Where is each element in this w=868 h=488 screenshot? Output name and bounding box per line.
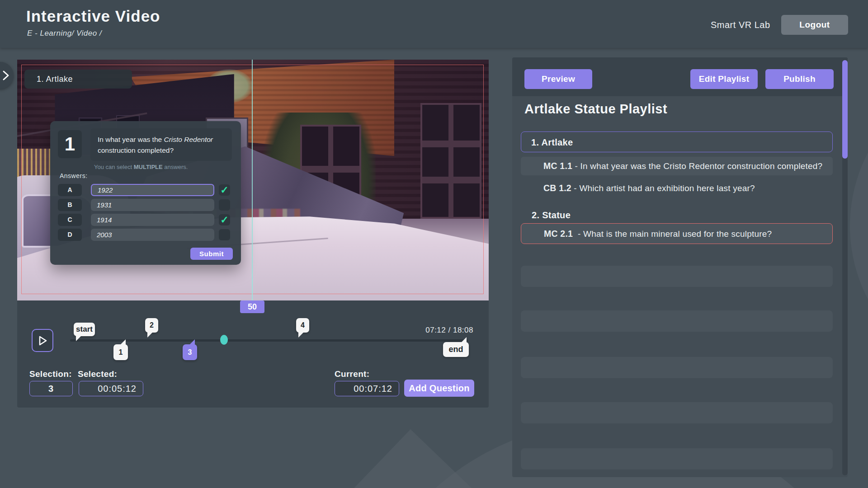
selection-label: Selection: (29, 369, 72, 379)
breadcrumb: E - Learning/ Video / (27, 29, 102, 38)
playlist-placeholder-row (521, 357, 833, 378)
playlist-question-mc11[interactable]: MC 1.1 - In what year was the Cristo Red… (521, 157, 833, 175)
answer-letter-a: A (58, 184, 82, 196)
playlist-section-artlake[interactable]: 1. Artlake (521, 131, 833, 152)
submit-button[interactable]: Submit (190, 248, 233, 260)
playlist-panel: Preview Edit Playlist Publish Artlake St… (512, 57, 848, 477)
playlist-scrollbar-track[interactable] (842, 59, 848, 475)
playlist-placeholder-row (521, 448, 833, 469)
answer-checkbox-d[interactable] (219, 229, 230, 240)
selected-time-field[interactable] (79, 381, 143, 396)
timeline-track[interactable] (70, 339, 468, 342)
timeline-marker-start[interactable]: start (74, 323, 95, 336)
logout-button[interactable]: Logout (781, 15, 848, 35)
time-display: 07:12 / 18:08 (383, 326, 473, 335)
current-label: Current: (335, 369, 369, 379)
answer-letter-c: C (58, 214, 82, 226)
scene-factory-window-2 (420, 103, 482, 219)
publish-button[interactable]: Publish (765, 69, 834, 89)
playlist-placeholder-row (521, 266, 833, 287)
video-preview[interactable]: 1. Artlake 1 In what year was the Cristo… (17, 60, 489, 300)
answer-row-c: C ✓ (50, 214, 241, 226)
sidebar-expand-button[interactable] (0, 62, 14, 89)
playhead-dot[interactable] (220, 335, 228, 345)
video-editor-panel: 1. Artlake 1 In what year was the Cristo… (17, 60, 489, 408)
playlist-title: Artlake Statue Playlist (524, 102, 667, 117)
clip-label: 1. Artlake (24, 70, 132, 89)
answer-input-b[interactable] (91, 199, 214, 211)
play-button[interactable] (32, 329, 53, 352)
playlist-question-mc21[interactable]: MC 2.1 - What is the main mineral used f… (521, 223, 833, 244)
question-overlay-card: 1 In what year was the Cristo Redentor c… (50, 121, 241, 265)
timeline-marker-3-active[interactable]: 3 (183, 344, 197, 360)
answer-checkbox-b[interactable] (219, 199, 230, 211)
answer-input-d[interactable] (91, 229, 214, 241)
answer-input-c[interactable] (91, 214, 214, 226)
answer-row-b: B (50, 199, 241, 211)
question-note: You can select MULTIPLE answers. (94, 164, 188, 170)
playlist-placeholder-row (521, 402, 833, 423)
position-badge[interactable]: 50 (240, 300, 264, 313)
timeline-marker-1[interactable]: 1 (113, 344, 128, 360)
page-title: Interactive Video (26, 7, 160, 25)
playlist-section-statue[interactable]: 2. Statue (521, 205, 833, 225)
answer-row-a: A ✓ (50, 184, 241, 196)
playlist-placeholder-row (521, 310, 833, 332)
selected-label: Selected: (78, 369, 117, 379)
preview-button[interactable]: Preview (524, 69, 592, 89)
timeline-marker-4[interactable]: 4 (296, 318, 309, 333)
edit-playlist-button[interactable]: Edit Playlist (690, 69, 758, 89)
timeline-marker-end[interactable]: end (443, 342, 469, 357)
answers-label: Answers: (60, 172, 88, 179)
answer-input-a[interactable] (91, 184, 214, 196)
answer-checkbox-c[interactable]: ✓ (219, 214, 230, 225)
current-time-field[interactable] (335, 381, 399, 396)
selection-count-field[interactable] (29, 381, 73, 396)
header: Interactive Video E - Learning/ Video / … (0, 0, 868, 48)
timeline-marker-2[interactable]: 2 (145, 318, 158, 333)
question-number: 1 (58, 130, 82, 158)
playlist-question-cb12[interactable]: CB 1.2 - Which artist had an exhibition … (521, 179, 833, 197)
app-root: Interactive Video E - Learning/ Video / … (0, 0, 868, 488)
answer-checkbox-a[interactable]: ✓ (219, 184, 230, 196)
check-icon: ✓ (220, 214, 228, 225)
seek-position-line (252, 60, 253, 300)
playlist-scrollbar-thumb[interactable] (842, 60, 848, 159)
account-name: Smart VR Lab (711, 20, 770, 30)
add-question-button[interactable]: Add Question (404, 380, 474, 397)
background-decor-circle-2 (850, 68, 868, 384)
check-icon: ✓ (220, 184, 228, 196)
playlist-toolbar: Preview Edit Playlist Publish (512, 57, 848, 96)
answer-letter-b: B (58, 199, 82, 211)
answer-letter-d: D (58, 229, 82, 241)
answer-row-d: D (50, 229, 241, 241)
question-text: In what year was the Cristo Redentor con… (90, 128, 232, 161)
